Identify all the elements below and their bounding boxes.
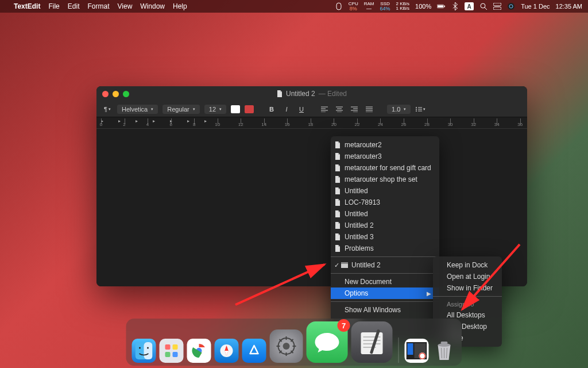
cpu-stat[interactable]: CPU8% bbox=[349, 2, 358, 12]
document-icon bbox=[334, 164, 341, 172]
keyboard-input-icon[interactable]: A bbox=[465, 2, 474, 10]
mouse-icon[interactable] bbox=[335, 2, 343, 10]
svg-rect-2 bbox=[438, 5, 443, 7]
document-icon bbox=[334, 244, 341, 252]
menu-format[interactable]: Format bbox=[87, 2, 109, 10]
menu-separator bbox=[331, 256, 439, 257]
svg-point-30 bbox=[416, 110, 417, 112]
svg-rect-37 bbox=[144, 342, 153, 359]
dock-launchpad[interactable] bbox=[160, 339, 184, 363]
align-justify-button[interactable] bbox=[364, 104, 374, 114]
menu-recent-document[interactable]: metarouter2 bbox=[331, 139, 439, 151]
dock-settings[interactable] bbox=[270, 329, 303, 363]
dock-separator bbox=[399, 338, 399, 363]
dock-appstore[interactable] bbox=[242, 339, 266, 363]
document-icon bbox=[334, 210, 341, 218]
menubar-date[interactable]: Tue 1 Dec bbox=[521, 3, 550, 10]
font-family-select[interactable]: Helvetica▾ bbox=[117, 105, 158, 114]
menu-edit[interactable]: Edit bbox=[68, 2, 80, 10]
paragraph-style-button[interactable]: ¶▾ bbox=[102, 104, 113, 114]
submenu-open-at-login[interactable]: Open at Login bbox=[433, 271, 502, 282]
menu-view[interactable]: View bbox=[118, 2, 133, 10]
menu-recent-document[interactable]: Untitled 3 bbox=[331, 231, 439, 243]
menu-help[interactable]: Help bbox=[173, 2, 187, 10]
battery-percent[interactable]: 100% bbox=[415, 3, 431, 10]
font-style-select[interactable]: Regular▾ bbox=[163, 105, 200, 114]
svg-rect-43 bbox=[173, 352, 178, 357]
text-color-swatch[interactable] bbox=[231, 105, 240, 113]
svg-point-28 bbox=[416, 109, 417, 110]
menu-recent-document[interactable]: Untitled 2 bbox=[331, 220, 439, 231]
window-titlebar[interactable]: Untitled 2 — Edited bbox=[96, 86, 527, 101]
menu-separator bbox=[433, 296, 502, 297]
battery-icon[interactable] bbox=[437, 2, 445, 10]
dock: 7 bbox=[126, 319, 462, 366]
align-center-button[interactable] bbox=[334, 104, 345, 114]
document-icon bbox=[334, 152, 341, 160]
dock-safari[interactable] bbox=[215, 339, 239, 363]
bold-button[interactable]: B bbox=[266, 104, 277, 114]
submenu-show-in-finder[interactable]: Show in Finder bbox=[433, 282, 502, 294]
control-center-icon[interactable] bbox=[493, 2, 501, 10]
menu-recent-document[interactable]: metarouter for send gift card bbox=[331, 162, 439, 174]
font-size-select[interactable]: 12▾ bbox=[204, 105, 226, 114]
svg-point-51 bbox=[283, 343, 290, 350]
dock-trash[interactable] bbox=[432, 339, 457, 363]
menu-options[interactable]: Options ▶ bbox=[331, 288, 439, 299]
format-toolbar: ¶▾ Helvetica▾ Regular▾ 12▾ B I U 1.0▾ ▾ bbox=[96, 101, 527, 117]
menu-recent-document[interactable]: metarouter shop the set bbox=[331, 174, 439, 185]
dock-messages[interactable]: 7 bbox=[307, 321, 348, 363]
line-spacing-select[interactable]: 1.0▾ bbox=[387, 105, 411, 114]
document-icon bbox=[334, 198, 341, 206]
bluetooth-icon[interactable] bbox=[451, 2, 459, 10]
app-menu[interactable]: TextEdit bbox=[14, 2, 40, 10]
submenu-assign-to-heading: Assign To bbox=[433, 299, 502, 309]
align-right-button[interactable] bbox=[349, 104, 359, 114]
siri-icon[interactable] bbox=[507, 2, 515, 10]
bg-color-swatch[interactable] bbox=[245, 105, 254, 113]
document-icon bbox=[334, 187, 341, 195]
svg-rect-0 bbox=[336, 3, 341, 10]
menu-window[interactable]: Window bbox=[140, 2, 165, 10]
dock-chrome[interactable] bbox=[187, 339, 211, 363]
window-icon bbox=[341, 261, 348, 269]
svg-point-26 bbox=[416, 107, 417, 108]
menu-recent-document[interactable]: Untitled bbox=[331, 208, 439, 220]
submenu-keep-in-dock[interactable]: Keep in Dock bbox=[433, 259, 502, 271]
messages-badge: 7 bbox=[338, 319, 350, 332]
document-icon bbox=[334, 221, 341, 229]
menu-file[interactable]: File bbox=[48, 2, 59, 10]
menu-separator bbox=[331, 301, 439, 302]
svg-line-5 bbox=[485, 7, 487, 10]
svg-rect-42 bbox=[165, 352, 171, 357]
underline-button[interactable]: U bbox=[296, 104, 307, 114]
ssd-stat[interactable]: SSD64% bbox=[380, 2, 390, 12]
spotlight-icon[interactable] bbox=[479, 2, 488, 10]
italic-button[interactable]: I bbox=[281, 104, 292, 114]
menu-open-document[interactable]: ✓ Untitled 2 bbox=[331, 259, 439, 271]
svg-point-39 bbox=[147, 347, 149, 349]
align-left-button[interactable] bbox=[319, 104, 330, 114]
document-icon bbox=[334, 175, 341, 183]
svg-rect-3 bbox=[444, 6, 445, 7]
ram-stat[interactable]: RAM— bbox=[364, 2, 374, 12]
menu-recent-document[interactable]: metarouter3 bbox=[331, 151, 439, 162]
document-icon bbox=[334, 233, 341, 241]
menu-show-all-windows[interactable]: Show All Windows bbox=[331, 304, 439, 316]
menu-recent-document[interactable]: Untitled bbox=[331, 185, 439, 197]
menu-separator bbox=[331, 273, 439, 274]
net-stat[interactable]: 2 KB/s1 KB/s bbox=[396, 2, 409, 11]
dock-finder[interactable] bbox=[132, 339, 156, 363]
menu-new-document[interactable]: New Document bbox=[331, 276, 439, 288]
menu-recent-document[interactable]: LOC-78913 bbox=[331, 197, 439, 208]
window-title: Untitled 2 — Edited bbox=[96, 90, 527, 98]
dock-textedit[interactable] bbox=[351, 321, 393, 363]
list-button[interactable]: ▾ bbox=[415, 104, 425, 114]
menu-recent-document[interactable]: Problems bbox=[331, 243, 439, 254]
menubar-time[interactable]: 12:35 AM bbox=[556, 3, 582, 10]
dock-minimized-window[interactable] bbox=[405, 339, 429, 363]
document-icon bbox=[334, 141, 341, 149]
svg-point-8 bbox=[508, 3, 514, 10]
ruler[interactable]: ▸▸▸▸▸▸▸024681012141618202224262830323436 bbox=[96, 117, 527, 129]
svg-rect-67 bbox=[408, 343, 413, 355]
